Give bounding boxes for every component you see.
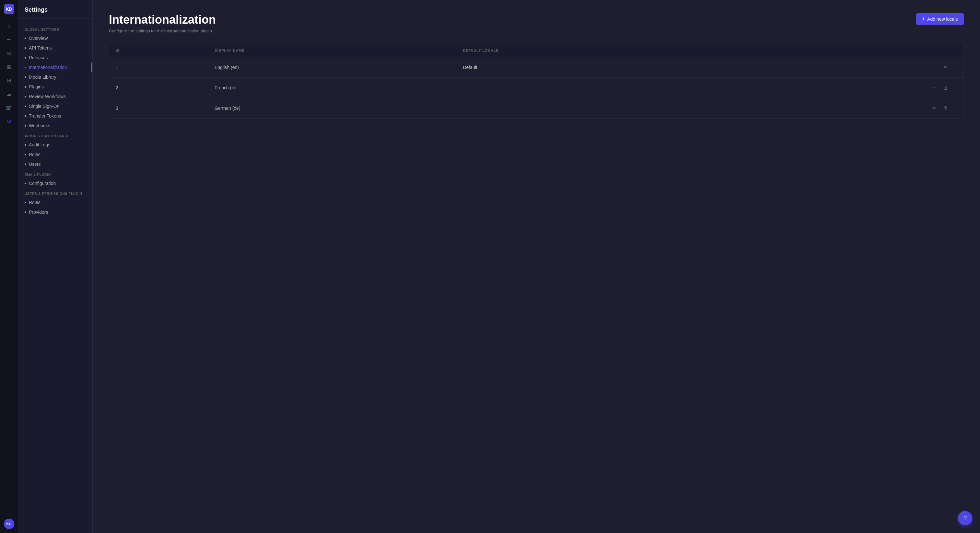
sidebar-item-label: Media Library [29,75,56,80]
nav-icon-home[interactable]: ⌂ [3,20,15,32]
sidebar-item-label: Audit Logs [29,142,50,148]
col-default-locale: DEFAULT LOCALE [456,44,738,57]
nav-icon-cloud[interactable]: ☁ [3,88,15,100]
sidebar-section-label-administration-panel: Administration Panel [18,130,92,140]
sidebar-item-single-sign-on[interactable]: Single Sign-On [18,102,92,111]
cell-display-name: French (fr) [208,78,456,98]
col-display-name: DISPLAY NAME [208,44,456,57]
cell-default-locale [456,78,738,98]
sidebar: Settings Global SettingsOverviewAPI Toke… [18,0,93,533]
sidebar-item-label: Transfer Tokens [29,113,61,119]
nav-icon-image[interactable]: ▦ [3,61,15,73]
avatar-letters: KD [6,522,12,526]
cell-display-name: English (en) [208,57,456,78]
icon-bar: KD ⌂✒✉▦⊞☁🛒⚙ KD [0,0,18,533]
sidebar-item-label: Webhooks [29,123,50,128]
cell-id: 2 [109,78,208,98]
table-body: 1English (en)Default✏2French (fr)✏🗑3Germ… [109,57,964,119]
nav-icon-cart[interactable]: 🛒 [3,102,15,113]
table-header-row: ID DISPLAY NAME DEFAULT LOCALE [109,44,964,57]
sidebar-item-label: Plugins [29,84,44,89]
sidebar-item-review-workflows[interactable]: Review Workflows [18,92,92,102]
actions-cell: ✏ [745,63,957,71]
sidebar-item-label: Review Workflows [29,94,66,99]
sidebar-item-label: Single Sign-On [29,104,59,109]
sidebar-item-dot [25,96,26,97]
col-actions [738,44,964,57]
sidebar-sections: Global SettingsOverviewAPI TokensRelease… [18,24,92,217]
delete-icon[interactable]: 🗑 [942,84,949,92]
sidebar-item-audit-logs[interactable]: Audit Logs [18,140,92,150]
sidebar-item-releases[interactable]: Releases [18,53,92,62]
add-button-label: Add new locale [927,16,958,22]
nav-icon-feather[interactable]: ✒ [3,34,15,45]
logo-letters: KD [5,6,12,12]
cell-id: 3 [109,98,208,119]
page-header: Internationalization Configure the setti… [109,13,964,33]
sidebar-item-label: Roles [29,152,40,157]
sidebar-item-configuration[interactable]: Configuration [18,178,92,188]
active-indicator [91,62,92,72]
sidebar-item-dot [25,67,26,68]
sidebar-item-transfer-tokens[interactable]: Transfer Tokens [18,111,92,121]
sidebar-item-label: Roles [29,200,40,205]
sidebar-item-dot [25,115,26,117]
locales-table: ID DISPLAY NAME DEFAULT LOCALE 1English … [109,44,964,118]
sidebar-item-label: Releases [29,55,48,60]
delete-icon[interactable]: 🗑 [942,104,949,113]
cell-actions: ✏ [738,57,964,78]
sidebar-item-dot [25,154,26,155]
sidebar-item-media-library[interactable]: Media Library [18,72,92,82]
sidebar-item-webhooks[interactable]: Webhooks [18,121,92,130]
cell-display-name: German (de) [208,98,456,119]
sidebar-section-label-email-plugin: Email Plugin [18,169,92,178]
sidebar-item-dot [25,211,26,213]
sidebar-item-dot [25,57,26,59]
locales-table-container: ID DISPLAY NAME DEFAULT LOCALE 1English … [109,44,964,119]
page-title-block: Internationalization Configure the setti… [109,13,216,33]
actions-cell: ✏🗑 [745,84,957,92]
page-title: Internationalization [109,13,216,27]
nav-icon-send[interactable]: ✉ [3,47,15,59]
sidebar-item-dot [25,202,26,203]
cell-actions: ✏🗑 [738,98,964,119]
table-row: 1English (en)Default✏ [109,57,964,78]
sidebar-item-plugins[interactable]: Plugins [18,82,92,92]
sidebar-section-label-users-&-permissions-plugin: Users & Permissions Plugin [18,188,92,198]
sidebar-item-dot [25,144,26,146]
sidebar-item-up-roles[interactable]: Roles [18,198,92,207]
nav-icon-grid[interactable]: ⊞ [3,75,15,86]
edit-icon[interactable]: ✏ [931,84,938,92]
sidebar-item-dot [25,106,26,107]
sidebar-item-dot [25,163,26,165]
add-new-locale-button[interactable]: + Add new locale [916,13,964,25]
user-avatar[interactable]: KD [4,519,14,529]
sidebar-item-api-tokens[interactable]: API Tokens [18,43,92,53]
help-icon: ? [964,515,967,522]
nav-icon-settings[interactable]: ⚙ [3,115,15,127]
sidebar-item-label: Overview [29,36,48,41]
icon-bar-bottom: KD [4,519,14,529]
sidebar-title: Settings [18,6,92,19]
sidebar-item-overview[interactable]: Overview [18,33,92,43]
table-head: ID DISPLAY NAME DEFAULT LOCALE [109,44,964,57]
help-fab[interactable]: ? [958,511,972,525]
main-content: Internationalization Configure the setti… [93,0,980,533]
col-id: ID [109,44,208,57]
sidebar-item-roles[interactable]: Roles [18,150,92,159]
sidebar-item-label: Internationalization [29,65,67,70]
sidebar-item-dot [25,182,26,184]
cell-id: 1 [109,57,208,78]
cell-actions: ✏🗑 [738,78,964,98]
sidebar-item-users[interactable]: Users [18,159,92,169]
sidebar-item-label: Users [29,162,41,167]
sidebar-item-internationalization[interactable]: Internationalization [18,62,92,72]
sidebar-item-dot [25,125,26,127]
edit-icon[interactable]: ✏ [942,63,949,71]
edit-icon[interactable]: ✏ [931,104,938,113]
sidebar-section-label-global-settings: Global Settings [18,24,92,33]
sidebar-item-providers[interactable]: Providers [18,207,92,217]
page-subtitle: Configure the settings for the Internati… [109,29,216,33]
app-logo[interactable]: KD [4,4,14,14]
sidebar-item-dot [25,86,26,88]
